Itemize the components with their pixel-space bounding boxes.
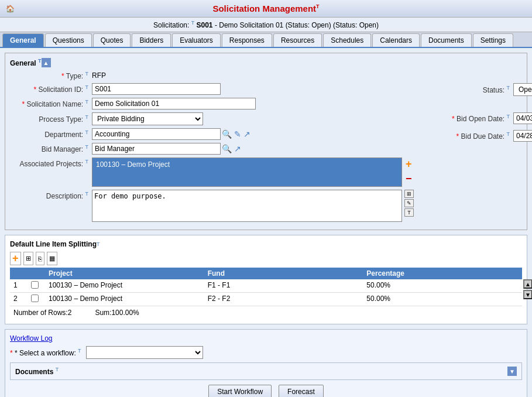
bid-manager-label: Bid Manager: T <box>10 144 92 153</box>
general-collapse-btn[interactable]: ▲ <box>42 58 51 67</box>
solicitation-id-label: * Solicitation ID: T <box>10 84 92 94</box>
col-percentage-header: Percentage <box>363 268 522 279</box>
process-type-label: Process Type: T <box>10 114 92 124</box>
desc-edit-btn[interactable]: ✎ <box>404 199 414 207</box>
sum-label: Sum:100.00% <box>95 309 139 317</box>
general-left-col: * Solicitation ID: T * Solicitation Name… <box>10 83 414 225</box>
scroll-down-btn[interactable]: ▼ <box>523 290 532 299</box>
bid-open-date-row: * Bid Open Date: T <box>431 112 532 124</box>
department-nav-btn[interactable]: ↗ <box>242 129 252 139</box>
home-icon[interactable]: 🏠 <box>6 5 15 13</box>
select-workflow-label: * * Select a workflow: T <box>10 348 81 357</box>
solicitation-label: Solicitation: <box>153 21 191 29</box>
department-edit-btn[interactable]: ✎ <box>233 129 242 139</box>
desc-text-btn[interactable]: T <box>404 208 414 217</box>
workflow-select[interactable] <box>86 346 203 359</box>
row1-check[interactable] <box>28 279 45 292</box>
status-select[interactable]: Open Closed Draft Cancelled <box>513 83 532 96</box>
type-row: * Type: T RFP <box>10 71 522 80</box>
status-label: Status: T <box>431 85 513 94</box>
solicitation-code-sup: T <box>191 20 195 26</box>
general-legend: General <box>10 59 36 67</box>
row1-project: 100130 – Demo Project <box>45 279 204 292</box>
tab-questions[interactable]: Questions <box>45 33 92 47</box>
remove-project-btn[interactable]: − <box>404 172 413 186</box>
splitting-toolbar: + ⊞ ⎘ ▦ <box>10 252 522 265</box>
grid-scroll-arrows: ▲ ▼ <box>523 279 532 299</box>
department-row: Department: T 🔍 ✎ ↗ <box>10 128 414 140</box>
start-workflow-button[interactable]: Start Workflow <box>208 385 272 397</box>
workflow-select-row: * * Select a workflow: T <box>10 346 522 359</box>
splitting-footer: Number of Rows:2 Sum:100.00% <box>10 306 522 319</box>
row2-num: 2 <box>10 293 28 306</box>
col-project-header: Project <box>45 268 204 279</box>
process-type-row: Process Type: T Private Bidding Public B… <box>10 112 414 125</box>
splitting-copy-btn[interactable]: ⎘ <box>36 252 44 265</box>
general-two-col: * Solicitation ID: T * Solicitation Name… <box>10 83 522 225</box>
desc-expand-btn[interactable]: ⊞ <box>404 190 414 198</box>
row1-checkbox[interactable] <box>31 281 39 289</box>
col-fund-header: Fund <box>204 268 363 279</box>
solicitation-name-input[interactable] <box>92 98 256 109</box>
tabs-bar: General Questions Quotes Bidders Evaluat… <box>0 32 532 48</box>
documents-expand-btn[interactable]: ▼ <box>507 367 517 376</box>
department-input[interactable] <box>92 128 221 140</box>
description-row: Description: T For demo purpose. ⊞ ✎ T <box>10 190 414 222</box>
solicitation-name-label: * Solicitation Name: T <box>10 99 92 108</box>
bid-due-date-input[interactable] <box>513 130 532 142</box>
splitting-add-btn[interactable]: + <box>10 252 21 265</box>
tab-schedules[interactable]: Schedules <box>323 33 371 47</box>
table-row: 1 100130 – Demo Project F1 - F1 50.00% <box>10 279 522 293</box>
splitting-grid-header: Project Fund Percentage <box>10 268 522 279</box>
bid-due-date-label: * Bid Due Date: T <box>431 131 513 141</box>
associated-projects-container: 100130 – Demo Project + − <box>92 158 413 187</box>
type-label: * Type: T <box>10 71 92 80</box>
bid-manager-search-btn[interactable]: 🔍 <box>221 143 233 154</box>
row2-percentage: 50.00% <box>363 293 522 306</box>
tab-resources[interactable]: Resources <box>273 33 322 47</box>
tab-responses[interactable]: Responses <box>222 33 272 47</box>
associated-projects-list[interactable]: 100130 – Demo Project <box>92 158 402 187</box>
department-label: Department: T <box>10 129 92 139</box>
row2-check[interactable] <box>28 293 45 306</box>
tab-documents[interactable]: Documents <box>421 33 472 47</box>
forecast-button[interactable]: Forecast <box>279 385 324 397</box>
general-section: General T ▲ * Type: T RFP * Solicitation… <box>5 53 527 230</box>
solicitation-id-input[interactable] <box>92 83 221 95</box>
row1-percentage: 50.00% <box>363 279 522 292</box>
row2-checkbox[interactable] <box>31 295 39 302</box>
splitting-table-btn[interactable]: ▦ <box>47 252 57 265</box>
bid-manager-nav-btn[interactable]: ↗ <box>233 143 242 154</box>
tab-evaluators[interactable]: Evaluators <box>172 33 221 47</box>
workflow-log-link[interactable]: Workflow Log <box>10 334 522 343</box>
row2-fund: F2 - F2 <box>204 293 363 306</box>
top-bar: 🏠 Solicitation ManagementT <box>0 0 532 18</box>
tab-bidders[interactable]: Bidders <box>132 33 171 47</box>
add-project-btn[interactable]: + <box>404 158 413 171</box>
tab-general[interactable]: General <box>2 33 44 47</box>
tab-calendars[interactable]: Calendars <box>372 33 420 47</box>
table-row: 2 100130 – Demo Project F2 - F2 50.00% <box>10 293 522 306</box>
num-rows-label: Number of Rows:2 <box>13 309 71 317</box>
bid-open-date-input[interactable] <box>513 112 532 124</box>
description-label: Description: T <box>10 191 92 200</box>
documents-section: Documents T ▼ <box>10 362 522 380</box>
general-section-header: General T ▲ <box>10 58 522 67</box>
department-search-btn[interactable]: 🔍 <box>221 129 233 139</box>
main-content: General T ▲ * Type: T RFP * Solicitation… <box>0 48 532 397</box>
splitting-header: Default Line Item Splitting T <box>10 240 522 248</box>
process-type-select[interactable]: Private Bidding Public Bidding Sole Sour… <box>92 112 203 125</box>
bid-manager-input[interactable] <box>92 143 221 155</box>
splitting-section: Default Line Item Splitting T + ⊞ ⎘ ▦ Pr… <box>5 235 527 324</box>
solicitation-name-row: * Solicitation Name: T <box>10 98 414 109</box>
desc-action-btns: ⊞ ✎ T <box>404 190 414 217</box>
scroll-up-btn[interactable]: ▲ <box>523 279 532 289</box>
solicitation-code: S001 <box>197 21 213 29</box>
tab-quotes[interactable]: Quotes <box>93 33 131 47</box>
splitting-grid-btn[interactable]: ⊞ <box>23 252 33 265</box>
description-input[interactable]: For demo purpose. <box>92 190 402 222</box>
app-title: Solicitation ManagementT <box>212 4 319 13</box>
action-buttons: Start Workflow Forecast <box>10 385 522 397</box>
list-item: 100130 – Demo Project <box>95 159 399 170</box>
tab-settings[interactable]: Settings <box>473 33 513 47</box>
